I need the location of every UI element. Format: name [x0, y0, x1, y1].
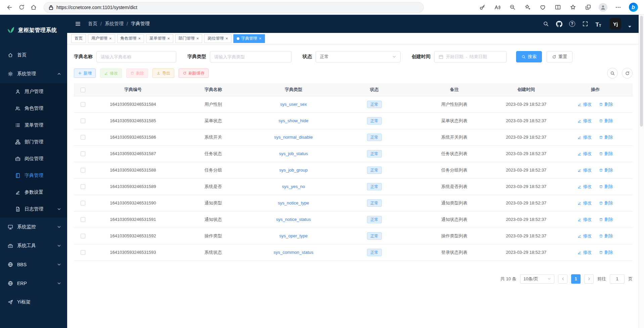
back-icon[interactable] — [3, 2, 15, 13]
dict-type-link[interactable]: sys_job_status — [279, 151, 308, 156]
row-edit-link[interactable]: 修改 — [578, 101, 592, 107]
dict-type-link[interactable]: sys_oper_type — [279, 233, 308, 238]
row-checkbox[interactable] — [81, 234, 85, 238]
prev-page-button[interactable] — [558, 274, 567, 284]
sidebar-item-role-management[interactable]: 角色管理 — [0, 100, 67, 117]
breadcrumb-home[interactable]: 首页 — [88, 21, 97, 27]
delete-button[interactable]: 删除 — [126, 68, 148, 78]
refresh-cache-button[interactable]: 刷新缓存 — [179, 68, 209, 78]
edit-button[interactable]: 修改 — [100, 68, 122, 78]
favorites-icon[interactable] — [567, 2, 579, 13]
row-checkbox[interactable] — [81, 168, 85, 173]
row-edit-link[interactable]: 修改 — [578, 217, 592, 223]
dict-name-input[interactable] — [96, 51, 176, 62]
font-size-icon[interactable]: TT — [595, 20, 602, 28]
sidebar-item-system-management[interactable]: 系统管理 — [0, 64, 67, 83]
row-checkbox[interactable] — [81, 135, 85, 140]
row-delete-link[interactable]: 删除 — [599, 151, 613, 157]
reset-button[interactable]: 重置 — [547, 51, 572, 62]
dict-type-link[interactable]: sys_user_sex — [280, 102, 307, 107]
dict-type-link[interactable]: sys_notice_status — [276, 217, 311, 222]
dict-type-link[interactable]: sys_yes_no — [282, 184, 305, 189]
dict-type-link[interactable]: sys_show_hide — [279, 118, 309, 123]
dict-type-link[interactable]: sys_job_group — [279, 168, 308, 173]
split-screen-icon[interactable] — [552, 2, 564, 13]
hamburger-icon[interactable] — [75, 20, 81, 27]
add-favorite-icon[interactable] — [521, 2, 534, 13]
add-button[interactable]: 新增 — [74, 68, 96, 78]
dict-type-link[interactable]: sys_normal_disable — [274, 135, 313, 140]
close-icon[interactable]: × — [259, 36, 262, 41]
page-scrollbar[interactable] — [639, 15, 644, 328]
tab-user-management[interactable]: 用户管理× — [88, 34, 115, 43]
dict-type-link[interactable]: sys_common_status — [274, 250, 314, 255]
close-icon[interactable]: × — [196, 36, 199, 41]
close-icon[interactable]: × — [225, 36, 228, 41]
tab-role-management[interactable]: 角色管理× — [117, 34, 144, 43]
row-delete-link[interactable]: 删除 — [599, 167, 613, 173]
select-all-checkbox[interactable] — [81, 88, 85, 92]
row-edit-link[interactable]: 修改 — [578, 233, 592, 239]
row-edit-link[interactable]: 修改 — [578, 167, 592, 173]
refresh-page-icon[interactable] — [15, 2, 28, 13]
close-icon[interactable]: × — [138, 36, 141, 41]
caret-down-icon[interactable] — [628, 26, 631, 30]
row-delete-link[interactable]: 删除 — [599, 233, 613, 239]
github-icon[interactable] — [555, 20, 563, 28]
user-avatar[interactable]: Yj — [610, 18, 621, 30]
bing-icon[interactable]: b — [627, 2, 639, 13]
browser-home-icon[interactable] — [28, 2, 40, 13]
sidebar-item-erp[interactable]: ERP — [0, 274, 67, 293]
current-page-button[interactable]: 1 — [571, 274, 581, 284]
breadcrumb-system[interactable]: 系统管理 — [105, 21, 124, 27]
row-checkbox[interactable] — [81, 184, 85, 189]
row-delete-link[interactable]: 删除 — [599, 184, 613, 190]
row-delete-link[interactable]: 删除 — [599, 249, 613, 255]
status-select[interactable]: 正常 — [316, 51, 401, 62]
export-button[interactable]: 导出 — [152, 68, 174, 78]
collections-icon[interactable] — [582, 2, 594, 13]
tab-menu-management[interactable]: 菜单管理× — [146, 34, 173, 43]
row-delete-link[interactable]: 删除 — [599, 200, 613, 206]
date-range-picker[interactable]: 开始日期 - 结束日期 — [434, 51, 507, 62]
scrollbar-thumb[interactable] — [640, 16, 643, 127]
row-edit-link[interactable]: 修改 — [578, 184, 592, 190]
password-key-icon[interactable] — [476, 2, 488, 13]
sidebar-item-log-management[interactable]: 日志管理 — [0, 201, 67, 218]
row-delete-link[interactable]: 删除 — [599, 118, 613, 124]
sidebar-item-yi-framework[interactable]: Yi框架 — [0, 293, 67, 312]
row-checkbox[interactable] — [81, 102, 85, 107]
sidebar-item-param-settings[interactable]: 参数设置 — [0, 184, 67, 201]
search-icon[interactable] — [542, 20, 550, 28]
row-edit-link[interactable]: 修改 — [578, 134, 592, 140]
row-delete-link[interactable]: 删除 — [599, 134, 613, 140]
page-size-select[interactable]: 10条/页 — [520, 274, 554, 284]
url-text[interactable]: https://ccnetcore.com:1101/system/dict — [56, 5, 137, 10]
sidebar-item-home[interactable]: 首页 — [0, 46, 67, 64]
tab-dept-management[interactable]: 部门管理× — [175, 34, 202, 43]
sidebar-item-menu-management[interactable]: 菜单管理 — [0, 117, 67, 134]
fullscreen-icon[interactable] — [582, 20, 589, 28]
goto-page-input[interactable] — [610, 274, 625, 284]
sidebar-item-system-tools[interactable]: 系统工具 — [0, 236, 67, 255]
browser-essentials-icon[interactable] — [537, 2, 549, 13]
help-icon[interactable]: ? — [568, 20, 576, 28]
close-icon[interactable]: × — [109, 36, 112, 41]
sidebar-item-system-monitor[interactable]: 系统监控 — [0, 218, 67, 236]
next-page-button[interactable] — [584, 274, 594, 284]
toggle-search-button[interactable] — [607, 68, 618, 79]
refresh-table-button[interactable] — [622, 68, 633, 79]
profile-avatar[interactable] — [597, 2, 609, 13]
row-edit-link[interactable]: 修改 — [578, 249, 592, 255]
row-edit-link[interactable]: 修改 — [578, 151, 592, 157]
search-button[interactable]: 搜索 — [516, 51, 542, 62]
sidebar-item-user-management[interactable]: 用户管理 — [0, 83, 67, 100]
row-delete-link[interactable]: 删除 — [599, 217, 613, 223]
sidebar-item-dict-management[interactable]: 字典管理 — [0, 167, 67, 184]
read-aloud-icon[interactable] — [491, 2, 503, 13]
tab-dict-management[interactable]: 字典管理× — [233, 34, 265, 43]
row-checkbox[interactable] — [81, 201, 85, 205]
sidebar-item-dept-management[interactable]: 部门管理 — [0, 134, 67, 150]
dict-type-input[interactable] — [210, 51, 291, 62]
row-checkbox[interactable] — [81, 119, 85, 123]
